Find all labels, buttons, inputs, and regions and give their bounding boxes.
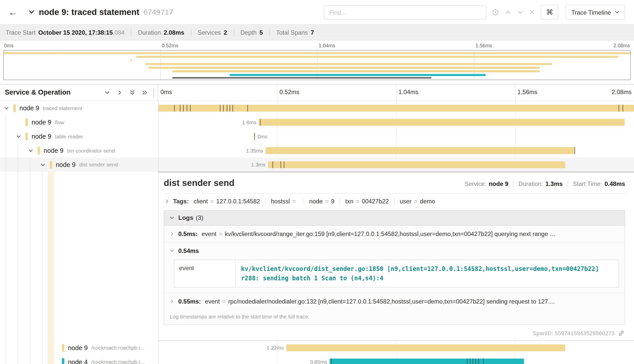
divider (567, 180, 568, 187)
service-color-block (62, 344, 65, 352)
span-track[interactable]: 0ms (158, 129, 634, 143)
minimap-span-bar (230, 74, 486, 76)
log-entry[interactable]: 0.55ms: event = rpc/nodedialer/nodediale… (164, 293, 625, 310)
chevron-down-icon[interactable] (4, 106, 13, 111)
chevron-down-icon (615, 10, 619, 14)
span-row-left: node 9 table reader (0, 129, 158, 143)
summary-value: 2.08ms (164, 29, 184, 36)
detail-indent-area (0, 172, 158, 341)
indent-guide (18, 143, 18, 158)
span-track[interactable]: 1.6ms (158, 115, 634, 129)
span-event-tick (623, 105, 623, 112)
detail-meta: Service: node 9 Duration: 1.3ms Start Ti… (464, 180, 625, 187)
span-event-tick (483, 359, 483, 364)
span-row[interactable]: node 9 /cockroach.roachpb.I... 1.22ms (0, 341, 634, 355)
span-duration-label: 0ms (258, 133, 267, 139)
span-row[interactable]: node 9 flow 1.6ms (0, 115, 634, 129)
chevron-down-icon[interactable] (16, 134, 26, 139)
tag-value: 00427b22 (362, 198, 389, 205)
summary-value-suffix: .084 (113, 29, 125, 36)
span-track[interactable]: 1.3ms (158, 158, 634, 172)
equals-sign: = (219, 230, 222, 237)
back-button[interactable]: ← (4, 6, 22, 18)
minimap-span-bar (145, 63, 552, 65)
logs-header[interactable]: Logs (3) (164, 211, 625, 226)
span-track[interactable] (158, 101, 634, 115)
span-bar[interactable] (286, 345, 565, 351)
log-key: event (205, 298, 220, 305)
tag-key: client (194, 198, 208, 205)
span-duration-label: 1.35ms (246, 147, 263, 154)
log-entry-expanded[interactable]: 0.54ms (164, 242, 625, 259)
indent-guide (18, 172, 18, 341)
span-event-tick (220, 105, 220, 112)
find-input[interactable] (324, 5, 486, 19)
prev-result-chevron-up-icon[interactable] (505, 9, 511, 15)
span-event-tick (229, 105, 230, 112)
span-track[interactable]: 1.35ms (158, 143, 634, 158)
chevron-right-icon (164, 199, 169, 204)
span-event-tick (247, 105, 248, 112)
log-entry[interactable]: 0.5ms: event = kv/kvclient/kvcoord/range… (164, 226, 625, 242)
ruler-tick-label: 1.04ms (398, 89, 418, 95)
span-row-left: node 9 txn coordinator send (0, 143, 158, 158)
service-name: node 9 (56, 161, 76, 168)
expand-one-chevron-right-icon[interactable] (117, 90, 122, 95)
tag-item: hostssl= (271, 198, 298, 205)
minimap-span-bar (148, 67, 540, 69)
span-row[interactable]: node 9 traced statement (0, 101, 634, 115)
tags-row[interactable]: Tags: client=127.0.0.1:54582 hostssl= no… (164, 194, 625, 208)
minimap-scrubber[interactable] (172, 77, 431, 78)
span-event-tick (174, 105, 175, 112)
title-chevron-down-icon[interactable] (28, 9, 35, 15)
service-name: node 9 (44, 147, 64, 154)
view-options-dropdown[interactable]: Trace Timeline (566, 5, 625, 19)
chevron-down-icon[interactable] (28, 148, 38, 153)
expand-all-double-chevron-right-icon[interactable] (142, 90, 147, 95)
span-track[interactable]: 1.22ms (158, 341, 634, 355)
operation-name: table reader (55, 133, 83, 139)
indent-guide (30, 341, 30, 355)
span-bar[interactable] (268, 161, 565, 168)
copy-link-icon[interactable] (618, 330, 624, 336)
operation-name: flow (55, 119, 64, 125)
next-result-chevron-down-icon[interactable] (517, 9, 523, 15)
span-row[interactable]: node 9 txn coordinator send 1.35ms (0, 143, 634, 158)
span-bar[interactable] (259, 119, 625, 126)
operation-name: dist sender send (79, 162, 118, 168)
span-event-tick (281, 161, 281, 168)
indent-guide (6, 158, 6, 172)
summary-label: Total Spans (276, 29, 308, 36)
clear-search-close-icon[interactable] (529, 9, 535, 15)
span-event-tick (575, 147, 575, 154)
equals-sign: = (210, 198, 214, 205)
log-value: rpc/nodedialer/nodedialer.go:132 [n9,cli… (228, 298, 555, 305)
minimap-canvas[interactable] (3, 50, 631, 80)
column-resize-gripper[interactable] (153, 89, 155, 97)
match-target-icon[interactable] (492, 9, 499, 15)
keyboard-shortcuts-button[interactable]: ⌘ (541, 5, 558, 19)
indent-guide (6, 355, 6, 364)
span-track[interactable]: 0.85ms (158, 355, 634, 364)
log-timestamp: 0.54ms (178, 247, 199, 254)
operation-name: /cockroach.roachpb.I... (91, 359, 144, 364)
indent-guide (18, 341, 18, 355)
span-row[interactable]: node 4 /cockroach.roachpb.I... 0.85ms (0, 355, 634, 364)
detail-title: dist sender send (164, 178, 464, 188)
collapse-all-double-chevron-down-icon[interactable] (129, 90, 135, 95)
collapse-one-chevron-down-icon[interactable] (104, 90, 110, 95)
chevron-right-icon (170, 299, 174, 304)
span-row[interactable]: node 9 table reader 0ms (0, 129, 634, 143)
selected-subtree-band (48, 172, 54, 341)
service-color-block (38, 147, 40, 154)
chevron-down-icon[interactable] (40, 162, 50, 167)
selected-subtree-band (48, 355, 54, 364)
summary-value: October 15 2020, 17:38:15 (38, 29, 113, 36)
minimap-tick-label: 0ms (4, 43, 14, 48)
ruler-gridline (515, 84, 516, 101)
span-row-selected[interactable]: node 9 dist sender send 1.3ms (0, 158, 634, 172)
span-bar[interactable] (266, 147, 575, 154)
column-divider[interactable] (158, 101, 159, 364)
span-bar[interactable] (330, 359, 524, 364)
equals-sign: = (292, 198, 296, 205)
